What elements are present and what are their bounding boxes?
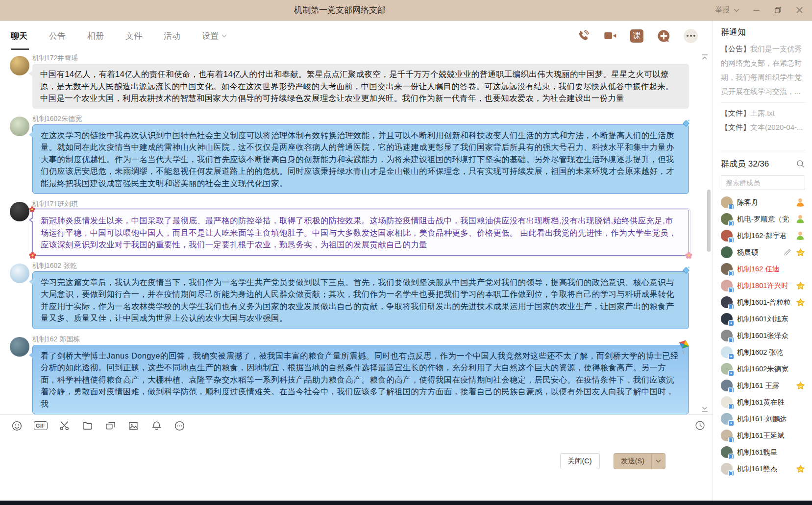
- tab-activity[interactable]: 活动: [164, 21, 180, 51]
- chat-message: 机制1602朱德宽 在这次学习的链接中我再次认识到中国特色社会主义制度可以将治理…: [0, 115, 713, 194]
- member-row[interactable]: 机制161黄在胜: [721, 394, 805, 410]
- close-button[interactable]: [794, 5, 804, 15]
- member-row[interactable]: 机制1601-曾粒粒: [721, 294, 805, 311]
- member-name: 机制161王延斌: [737, 431, 805, 440]
- member-list: 陈客舟 机电-罗顺意（党 机制162-郝宇君: [721, 194, 805, 501]
- online-status-person-icon: [795, 214, 805, 224]
- member-row[interactable]: 机制162 任迪: [721, 261, 805, 277]
- send-button[interactable]: 发送(S): [614, 453, 665, 469]
- member-avatar: [721, 213, 733, 225]
- qq-group-chat-window: 机制第一党支部网络支部 举报 聊天 公告 相册 文件: [0, 0, 812, 505]
- more-actions-icon[interactable]: [684, 29, 698, 43]
- screen-share-icon[interactable]: [105, 420, 117, 432]
- member-row[interactable]: 机制1601张泽众: [721, 327, 805, 344]
- member-avatar: [721, 313, 733, 325]
- member-avatar: [721, 413, 733, 425]
- emoji-icon[interactable]: [11, 420, 23, 432]
- group-notice-title: 群通知: [721, 26, 805, 38]
- member-row[interactable]: 陈客舟: [721, 194, 805, 211]
- avatar[interactable]: [10, 117, 29, 136]
- member-avatar: [721, 280, 733, 291]
- avatar[interactable]: [10, 264, 29, 283]
- titlebar[interactable]: 机制第一党支部网络支部 举报: [0, 0, 812, 21]
- member-name: 机制1601刘旭东: [737, 314, 805, 324]
- chat-message: 机制1602 张乾 学习完这篇文章后，我认为在疫情当下，我们作为一名学生共产党员…: [0, 262, 713, 329]
- avatar[interactable]: [10, 202, 29, 221]
- message-composer[interactable]: GIF: [0, 414, 713, 501]
- member-row[interactable]: 机制161王延斌: [721, 427, 805, 444]
- member-row[interactable]: 机制161魏星: [721, 444, 805, 460]
- member-row[interactable]: 机制1602 张乾: [721, 344, 805, 361]
- mobile-online-badge-icon: [728, 204, 734, 210]
- member-row[interactable]: 机制1602朱德宽: [721, 361, 805, 377]
- message-bubble[interactable]: 新冠肺炎疫情发生以来，中国采取了最彻底、最严格的防控举措，取得了积极的防控效果。…: [32, 210, 689, 256]
- tab-files[interactable]: 文件: [125, 21, 142, 51]
- shared-file-item[interactable]: 【文件】王露.txt: [721, 106, 805, 120]
- invite-member-icon[interactable]: [656, 28, 671, 43]
- screenshot-icon[interactable]: [59, 420, 71, 432]
- member-row[interactable]: 机制161-刘鹏达: [721, 410, 805, 427]
- member-row[interactable]: 机制162-郝宇君: [721, 227, 805, 244]
- edit-pencil-icon[interactable]: [783, 248, 792, 257]
- tab-announcement[interactable]: 公告: [49, 21, 66, 51]
- scroll-to-latest-icon[interactable]: [701, 406, 709, 412]
- member-avatar: [721, 296, 733, 308]
- voice-call-icon[interactable]: [575, 28, 590, 43]
- message-bubble[interactable]: 看了剑桥大学博士Janus Dongye的回答，我确实被震撼了，被我国丰富的粮食…: [32, 345, 689, 415]
- bubble-flower-decoration-icon: [685, 252, 692, 259]
- class-icon[interactable]: 课: [630, 29, 643, 43]
- minimize-button[interactable]: [751, 5, 761, 15]
- member-name: 机制1601张泽众: [737, 331, 805, 340]
- member-name: 机制1801许兴时: [737, 281, 791, 290]
- mobile-online-badge-icon: [728, 304, 734, 310]
- send-options-chevron-icon[interactable]: [652, 459, 665, 463]
- collapse-panel-icon[interactable]: [701, 54, 709, 61]
- tab-chat[interactable]: 聊天: [11, 21, 27, 51]
- message-bubble[interactable]: 学习完这篇文章后，我认为在疫情当下，我们作为一名学生共产党员要做到以下三点。首先…: [32, 271, 689, 329]
- image-icon[interactable]: [128, 420, 140, 432]
- member-row[interactable]: 机制1801许兴时: [721, 277, 805, 294]
- member-row[interactable]: 机制1601刘旭东: [721, 311, 805, 327]
- member-name: 机制161魏星: [737, 448, 805, 457]
- mobile-online-badge-icon: [728, 387, 734, 393]
- avatar[interactable]: [10, 337, 29, 357]
- mobile-online-badge-icon: [728, 270, 734, 276]
- group-sidebar: 群通知 【公告】我们是一支优秀的网络党支部，在紧急时期，我们每周组织学生党员开展…: [713, 21, 812, 501]
- member-search-input[interactable]: [721, 175, 805, 190]
- report-label: 举报: [715, 5, 730, 15]
- gif-icon[interactable]: GIF: [34, 421, 48, 430]
- chat-scrollbar[interactable]: [707, 190, 711, 252]
- member-row[interactable]: 机电-罗顺意（党: [721, 211, 805, 227]
- message-history-clock-icon[interactable]: [694, 420, 706, 431]
- shared-file-item[interactable]: 【文件】文本(2020-04-...: [721, 120, 805, 134]
- member-row[interactable]: 机制161 王露: [721, 377, 805, 394]
- report-button[interactable]: 举报: [715, 5, 739, 15]
- message-input[interactable]: [11, 432, 703, 451]
- star-badge-icon: [796, 248, 805, 257]
- star-badge-overlay-icon: [728, 370, 734, 376]
- notification-bell-icon[interactable]: [151, 420, 163, 432]
- group-members-panel: 群成员 32/36 陈客舟 机电-罗顺意（党: [721, 150, 805, 501]
- chat-message-area[interactable]: 机制172井雪瑶 中国有14亿人，有着14亿人的责任和使命，也有着14亿人的付出…: [0, 51, 713, 414]
- member-name: 机制162-郝宇君: [737, 231, 791, 240]
- group-announcement[interactable]: 【公告】我们是一支优秀的网络党支部，在紧急时期，我们每周组织学生党员开展在线学习…: [721, 42, 805, 98]
- member-name: 杨展硕: [737, 248, 779, 257]
- member-row[interactable]: 杨展硕: [721, 244, 805, 261]
- avatar[interactable]: [10, 56, 29, 75]
- search-icon[interactable]: [796, 159, 805, 168]
- more-tools-icon[interactable]: [174, 420, 186, 432]
- message-bubble[interactable]: 在这次学习的链接中我再次认识到中国特色社会主义制度可以将治理体制有效转换治理效能…: [32, 124, 689, 194]
- restore-button[interactable]: [773, 5, 783, 15]
- tab-settings[interactable]: 设置: [202, 21, 227, 51]
- member-row[interactable]: 机制161熊杰: [721, 460, 805, 477]
- member-avatar: [721, 196, 733, 208]
- tab-album[interactable]: 相册: [87, 21, 104, 51]
- video-call-icon[interactable]: [603, 28, 617, 43]
- send-file-folder-icon[interactable]: [82, 420, 94, 432]
- star-badge-icon: [796, 281, 805, 290]
- message-bubble[interactable]: 中国有14亿人，有着14亿人的责任和使命，也有着14亿人的付出和奉献。繁星点点汇…: [32, 64, 689, 109]
- member-name: 机电-罗顺意（党: [737, 215, 791, 224]
- close-chat-button[interactable]: 关闭(C): [560, 453, 600, 469]
- window-title: 机制第一党支部网络支部: [0, 4, 680, 16]
- bubble-flower-decoration-icon: [29, 206, 35, 213]
